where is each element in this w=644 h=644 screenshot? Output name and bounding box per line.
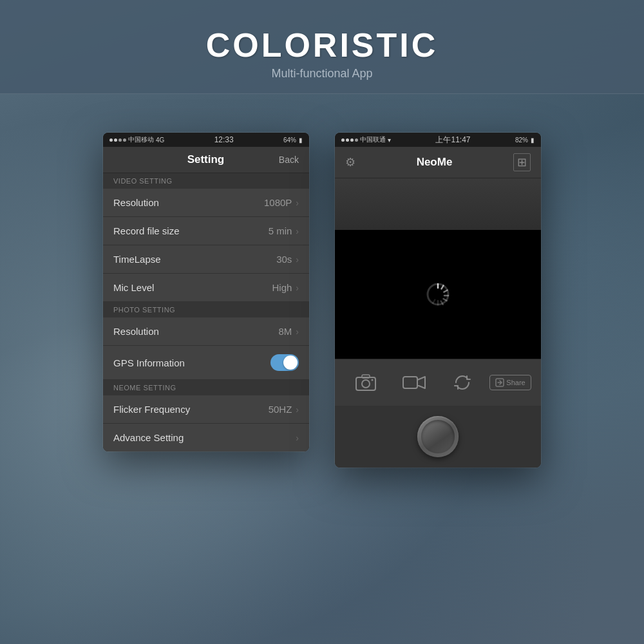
timelapse-label: TimeLapse [113, 254, 161, 265]
record-file-size-label: Record file size [113, 225, 180, 236]
loading-spinner [425, 281, 451, 307]
battery-icon: ▮ [299, 137, 303, 144]
resolution-photo-value: 8M › [278, 326, 299, 337]
camera-icon [355, 374, 376, 392]
shutter-inner [421, 420, 455, 453]
carrier-label-neome: 中国联通 [360, 135, 386, 144]
battery-label-neome: 82% [515, 137, 528, 144]
svg-line-3 [444, 290, 447, 292]
mic-level-row[interactable]: Mic Level High › [103, 274, 309, 302]
mic-level-value: High › [272, 282, 299, 293]
back-button[interactable]: Back [279, 155, 299, 165]
neome-nav-title: NeoMe [417, 156, 453, 169]
setting-phone: 中国移动 4G 12:33 64% ▮ Setting Back VIDEO S… [103, 133, 309, 451]
flicker-row[interactable]: Flicker Frequency 50HZ › [103, 395, 309, 424]
network-label: 4G [156, 137, 164, 144]
signal-icon [341, 138, 358, 142]
app-title: COLORISTIC [13, 26, 631, 64]
resolution-video-value: 1080P › [264, 197, 299, 208]
chevron-icon: › [296, 433, 299, 443]
photo-library-button[interactable]: ⊞ [513, 153, 531, 171]
time-label-neome: 上午11:47 [391, 135, 515, 146]
share-icon [495, 378, 504, 387]
rotate-button[interactable] [446, 368, 478, 397]
neome-setting-header: NEOME SETTING [103, 380, 309, 395]
flicker-value: 50HZ › [269, 404, 299, 415]
svg-rect-11 [362, 375, 370, 378]
settings-gear-button[interactable]: ⚙ [345, 155, 355, 169]
share-button[interactable]: Share [495, 368, 527, 397]
chevron-icon: › [296, 254, 299, 265]
resolution-video-row[interactable]: Resolution 1080P › [103, 189, 309, 217]
gps-label: GPS Information [113, 357, 185, 368]
signal-icon [109, 138, 126, 142]
share-label: Share [506, 379, 525, 386]
neome-phone: 中国联通 ▾ 上午11:47 82% ▮ ⚙ NeoMe ⊞ [335, 133, 541, 468]
battery-icon-neome: ▮ [531, 137, 535, 144]
video-icon [402, 374, 426, 391]
viewfinder [335, 230, 541, 359]
advance-setting-label: Advance Setting [113, 432, 184, 443]
rotate-icon [452, 372, 473, 393]
phones-container: 中国移动 4G 12:33 64% ▮ Setting Back VIDEO S… [0, 94, 644, 493]
record-file-size-value: 5 min › [269, 225, 299, 236]
flicker-label: Flicker Frequency [113, 404, 190, 415]
shutter-button[interactable] [417, 416, 459, 457]
neome-toolbar: Share [335, 359, 541, 406]
timelapse-row[interactable]: TimeLapse 30s › [103, 245, 309, 274]
svg-rect-13 [403, 377, 417, 388]
record-file-size-row[interactable]: Record file size 5 min › [103, 217, 309, 245]
status-bar-neome: 中国联通 ▾ 上午11:47 82% ▮ [335, 133, 541, 147]
mic-level-label: Mic Level [113, 282, 154, 293]
resolution-video-label: Resolution [113, 197, 159, 208]
toggle-knob [283, 355, 298, 370]
photo-setting-header: PHOTO SETTING [103, 302, 309, 317]
chevron-icon: › [296, 283, 299, 293]
video-setting-header: VIDEO SETTING [103, 173, 309, 189]
time-label: 12:33 [164, 135, 283, 144]
advance-setting-row[interactable]: Advance Setting › [103, 424, 309, 451]
setting-nav-bar: Setting Back [103, 147, 309, 173]
svg-line-8 [433, 300, 435, 303]
battery-label: 64% [283, 137, 296, 144]
neome-nav-bar: ⚙ NeoMe ⊞ [335, 147, 541, 178]
app-subtitle: Multi-functional App [13, 67, 631, 80]
video-button[interactable] [398, 368, 430, 397]
camera-button[interactable] [350, 368, 382, 397]
share-btn-inner: Share [489, 375, 531, 390]
resolution-photo-label: Resolution [113, 326, 159, 337]
advance-setting-value: › [296, 433, 299, 443]
shutter-area [335, 406, 541, 468]
svg-point-10 [362, 380, 370, 388]
chevron-icon: › [296, 198, 299, 208]
gps-row[interactable]: GPS Information [103, 346, 309, 380]
carrier-label: 中国移动 [128, 135, 154, 144]
resolution-photo-row[interactable]: Resolution 8M › [103, 317, 309, 346]
gps-toggle[interactable] [270, 354, 299, 371]
chevron-icon: › [296, 226, 299, 236]
neome-top-area [335, 178, 541, 230]
nav-title: Setting [187, 153, 225, 166]
chevron-icon: › [296, 404, 299, 415]
timelapse-value: 30s › [276, 254, 299, 265]
svg-point-12 [371, 379, 373, 381]
header-section: COLORISTIC Multi-functional App [0, 0, 644, 94]
status-bar-setting: 中国移动 4G 12:33 64% ▮ [103, 133, 309, 147]
svg-line-2 [442, 285, 444, 289]
chevron-icon: › [296, 327, 299, 337]
